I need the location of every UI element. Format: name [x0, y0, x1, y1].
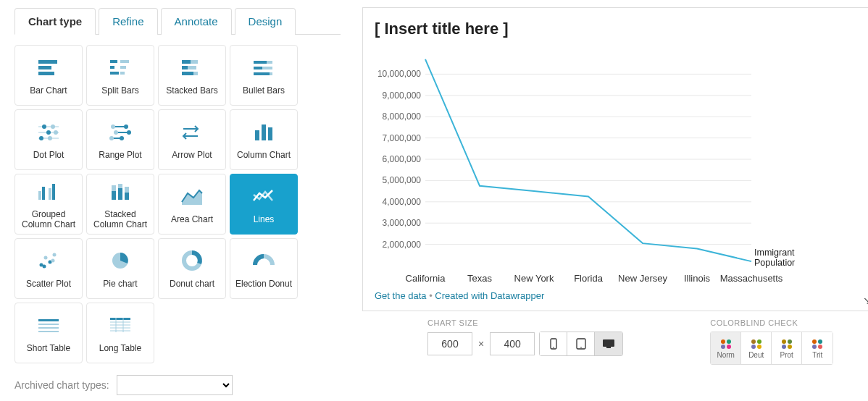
long-table-icon [107, 313, 133, 337]
chart-type-label: Election Donut [233, 279, 295, 289]
chart-type-long-table[interactable]: Long Table [86, 303, 154, 363]
device-mobile-button[interactable] [540, 332, 567, 355]
mobile-icon [550, 338, 557, 350]
chart-footer: Get the data • Created with Datawrapper [375, 290, 864, 301]
get-data-link[interactable]: Get the data [375, 290, 427, 301]
tablet-icon [576, 338, 586, 350]
x-tick-label: California [406, 273, 446, 284]
grouped-column-icon [36, 179, 62, 203]
chart-type-stacked-bars[interactable]: Stacked Bars [158, 45, 226, 106]
chart-type-donut-chart[interactable]: Donut chart [158, 238, 226, 299]
svg-point-99 [818, 339, 822, 344]
chart-type-label: Column Chart [234, 150, 293, 160]
chart-type-area-chart[interactable]: Area Chart [158, 174, 226, 235]
svg-rect-20 [254, 72, 270, 75]
chart-type-pie-chart[interactable]: Pie chart [86, 238, 154, 299]
svg-rect-41 [268, 127, 272, 140]
donut-chart-icon [179, 248, 205, 273]
chart-type-column-chart[interactable]: Column Chart [230, 109, 298, 170]
chart-type-range-plot[interactable]: Range Plot [86, 109, 154, 170]
svg-rect-16 [254, 61, 267, 64]
chart-type-split-bars[interactable]: Split Bars [86, 45, 154, 106]
colorblind-norm-button[interactable]: Norm [711, 332, 741, 364]
chart-type-lines[interactable]: Lines [230, 174, 298, 235]
colorblind-deut-button[interactable]: Deut [741, 332, 772, 364]
chart-type-label: Area Chart [168, 214, 216, 224]
chart-type-arrow-plot[interactable]: Arrow Plot [158, 109, 226, 170]
chart-type-bullet-bars[interactable]: Bullet Bars [230, 45, 298, 106]
width-input[interactable] [427, 332, 472, 355]
svg-point-90 [751, 339, 756, 344]
svg-point-91 [757, 339, 761, 344]
tab-design[interactable]: Design [235, 8, 296, 35]
y-tick-label: 10,000,000 [377, 69, 421, 79]
svg-rect-42 [38, 191, 41, 200]
chart-type-stacked-column[interactable]: Stacked Column Chart [86, 174, 154, 235]
chart-size-title: CHART SIZE [427, 318, 623, 327]
svg-point-83 [580, 347, 582, 348]
tab-label: Chart type [28, 15, 82, 28]
colorblind-trit-button[interactable]: Trit [802, 332, 832, 364]
y-tick-label: 5,000,000 [383, 175, 422, 185]
svg-point-81 [553, 347, 554, 348]
device-tablet-button[interactable] [567, 332, 595, 355]
svg-rect-3 [110, 60, 117, 63]
height-input[interactable] [490, 332, 535, 355]
colorblind-title: COLORBLIND CHECK [710, 318, 833, 327]
datawrapper-credit-link[interactable]: Created with Datawrapper [435, 290, 544, 301]
svg-point-92 [751, 345, 756, 349]
data-line [425, 59, 751, 261]
svg-rect-1 [38, 66, 51, 69]
y-tick-label: 8,000,000 [383, 111, 422, 122]
device-desktop-button[interactable] [595, 332, 622, 355]
chart-type-label: Long Table [96, 343, 145, 353]
chart-title: [ Insert title here ] [375, 20, 864, 38]
svg-point-35 [127, 130, 131, 135]
svg-rect-63 [38, 331, 59, 332]
svg-point-57 [51, 258, 55, 262]
chart-type-label: Short Table [24, 343, 74, 353]
svg-point-96 [782, 345, 786, 349]
tab-chart-type[interactable]: Chart type [14, 8, 96, 35]
tab-annotate[interactable]: Annotate [161, 8, 232, 35]
svg-point-97 [788, 345, 792, 349]
colorblind-label: Deut [748, 351, 764, 359]
svg-rect-47 [112, 185, 116, 191]
desktop-icon [602, 339, 615, 349]
tab-refine[interactable]: Refine [99, 8, 157, 35]
bar-chart-icon [36, 55, 62, 80]
chart-type-bar-chart[interactable]: Bar Chart [14, 45, 83, 106]
resize-handle-icon[interactable]: ↘ [863, 295, 868, 306]
svg-rect-5 [110, 66, 114, 69]
svg-rect-2 [38, 72, 54, 75]
y-tick-label: 9,000,000 [383, 90, 422, 101]
archived-select[interactable] [117, 375, 233, 395]
chart-type-election-donut[interactable]: Election Donut [230, 238, 298, 299]
svg-rect-43 [42, 187, 45, 200]
election-donut-icon [251, 248, 277, 273]
svg-point-31 [111, 124, 115, 129]
chart-type-label: Split Bars [99, 85, 141, 96]
svg-rect-9 [182, 60, 191, 64]
chart-preview: [ Insert title here ] 2,000,0003,000,000… [362, 7, 868, 311]
stacked-column-icon [107, 179, 133, 203]
chart-type-dot-plot[interactable]: Dot Plot [14, 109, 83, 170]
column-chart-icon [251, 119, 277, 144]
colorblind-label: Norm [717, 351, 734, 359]
chart-type-scatter-plot[interactable]: Scatter Plot [14, 238, 83, 299]
colorblind-dots-icon [780, 338, 794, 350]
colorblind-dots-icon [719, 338, 733, 350]
svg-point-100 [812, 345, 817, 349]
chart-type-grouped-column[interactable]: Grouped Column Chart [14, 174, 83, 235]
svg-rect-13 [182, 72, 193, 75]
size-sep: × [478, 338, 484, 350]
stacked-bars-icon [179, 55, 205, 80]
colorblind-prot-button[interactable]: Prot [772, 332, 802, 364]
series-label: Immigrant [754, 248, 795, 258]
svg-point-53 [44, 256, 48, 259]
svg-rect-8 [120, 72, 125, 75]
colorblind-group: COLORBLIND CHECK Norm Deut Prot Trit [710, 318, 833, 365]
chart-type-short-table[interactable]: Short Table [14, 303, 83, 363]
svg-point-95 [788, 339, 792, 344]
chart-type-label: Bullet Bars [240, 85, 288, 96]
